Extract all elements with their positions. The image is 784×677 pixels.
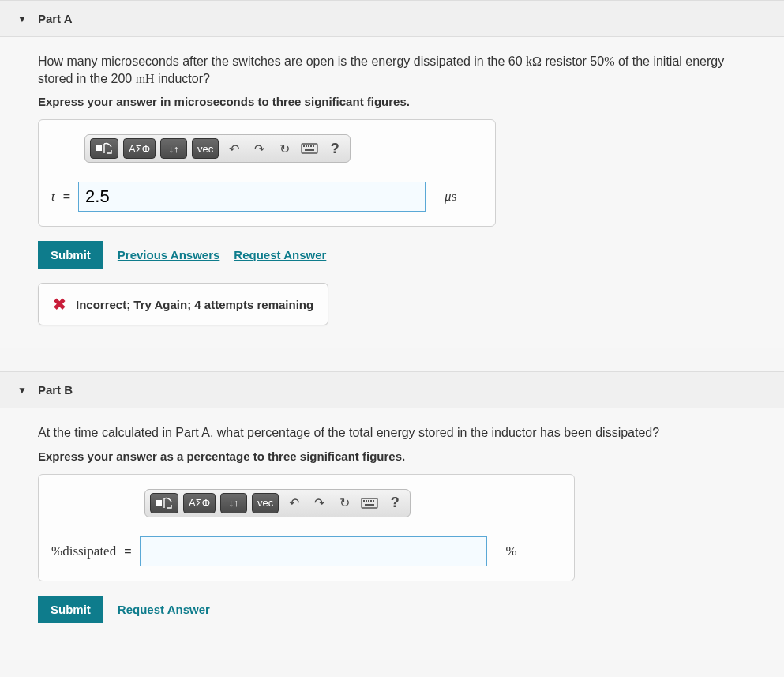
templates-button[interactable] <box>90 138 118 159</box>
subsup-button[interactable]: ↓↑ <box>160 138 187 159</box>
part-a-var: t <box>51 189 55 205</box>
part-b-unit: % <box>506 543 517 559</box>
part-a-header[interactable]: ▼ Part A <box>0 0 784 37</box>
part-b-var: %dissipated <box>51 543 116 559</box>
part-a-body: How many microseconds after the switches… <box>0 37 784 348</box>
part-b-answer-box: ΑΣΦ ↓↑ vec ↶ ↷ ↻ ? %dissipated = % <box>38 474 575 581</box>
part-a-question: How many microseconds after the switches… <box>38 53 741 87</box>
equation-toolbar: ΑΣΦ ↓↑ vec ↶ ↷ ↻ ? <box>144 489 411 517</box>
svg-rect-11 <box>366 500 367 502</box>
reset-icon[interactable]: ↻ <box>334 493 354 513</box>
svg-rect-15 <box>365 504 374 506</box>
greek-button[interactable]: ΑΣΦ <box>123 138 156 159</box>
part-a-answer-box: ΑΣΦ ↓↑ vec ↶ ↷ ↻ ? t = μs <box>38 119 496 227</box>
part-b-body: At the time calculated in Part A, what p… <box>0 408 784 660</box>
vec-button[interactable]: vec <box>192 138 219 159</box>
svg-rect-2 <box>303 145 305 147</box>
undo-icon[interactable]: ↶ <box>223 138 244 159</box>
subsup-button[interactable]: ↓↑ <box>220 493 247 513</box>
request-answer-link[interactable]: Request Answer <box>118 603 210 616</box>
help-icon[interactable]: ? <box>384 493 405 513</box>
svg-rect-7 <box>305 149 314 151</box>
part-a-actions: Submit Previous Answers Request Answer <box>38 241 784 269</box>
part-a-unit: μs <box>445 189 456 205</box>
part-b-question: At the time calculated in Part A, what p… <box>38 424 741 442</box>
svg-rect-9 <box>362 498 377 508</box>
greek-button[interactable]: ΑΣΦ <box>183 493 216 513</box>
templates-button[interactable] <box>150 493 178 513</box>
part-b-header[interactable]: ▼ Part B <box>0 371 784 408</box>
part-b-instruction: Express your answer as a percentage to t… <box>38 449 784 463</box>
reset-icon[interactable]: ↻ <box>274 138 294 159</box>
svg-rect-1 <box>302 144 317 153</box>
undo-icon[interactable]: ↶ <box>283 493 304 513</box>
request-answer-link[interactable]: Request Answer <box>234 248 326 261</box>
redo-icon[interactable]: ↷ <box>249 138 269 159</box>
part-b-input[interactable] <box>140 536 487 566</box>
collapse-icon: ▼ <box>17 13 27 24</box>
submit-button[interactable]: Submit <box>38 596 103 623</box>
part-b-input-row: %dissipated = % <box>51 536 561 566</box>
equals-sign: = <box>63 190 70 204</box>
equation-toolbar: ΑΣΦ ↓↑ vec ↶ ↷ ↻ ? <box>84 134 351 163</box>
svg-rect-14 <box>373 500 374 502</box>
part-b-title: Part B <box>38 383 73 397</box>
svg-rect-0 <box>96 145 102 151</box>
equals-sign: = <box>124 544 131 559</box>
redo-icon[interactable]: ↷ <box>309 493 329 513</box>
collapse-icon: ▼ <box>17 385 27 396</box>
submit-button[interactable]: Submit <box>38 241 103 269</box>
incorrect-icon: ✖ <box>53 295 66 314</box>
keyboard-icon[interactable] <box>299 138 320 159</box>
svg-rect-8 <box>156 500 162 506</box>
keyboard-icon[interactable] <box>359 493 380 513</box>
svg-rect-13 <box>370 500 372 502</box>
svg-rect-12 <box>368 500 369 502</box>
part-b-actions: Submit Request Answer <box>38 596 784 623</box>
svg-rect-4 <box>308 145 309 147</box>
svg-rect-5 <box>310 145 312 147</box>
vec-button[interactable]: vec <box>252 493 279 513</box>
part-a-instruction: Express your answer in microseconds to t… <box>38 95 784 108</box>
part-a-title: Part A <box>38 12 73 25</box>
help-icon[interactable]: ? <box>324 138 345 159</box>
feedback-box: ✖ Incorrect; Try Again; 4 attempts remai… <box>38 283 328 325</box>
feedback-text: Incorrect; Try Again; 4 attempts remaini… <box>76 298 313 311</box>
svg-rect-10 <box>363 500 365 502</box>
part-a-input-row: t = μs <box>51 182 482 212</box>
part-a-input[interactable] <box>78 182 426 212</box>
svg-rect-3 <box>306 145 307 147</box>
svg-rect-6 <box>313 145 314 147</box>
previous-answers-link[interactable]: Previous Answers <box>118 248 220 261</box>
